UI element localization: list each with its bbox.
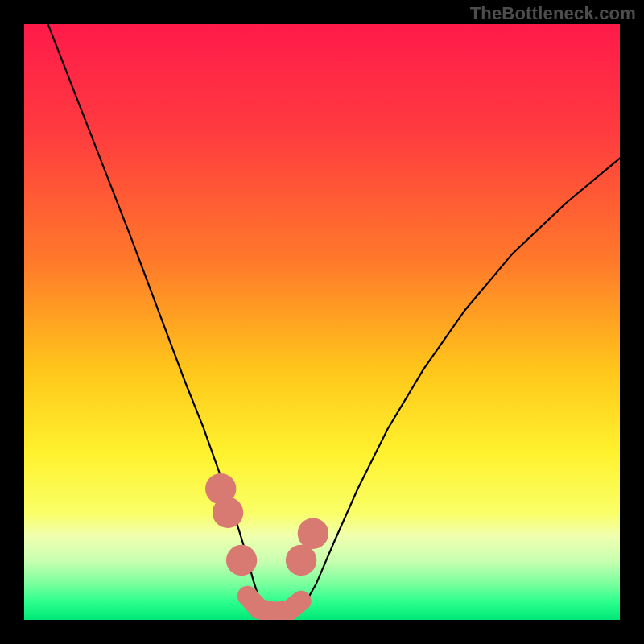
valley-marker-1	[213, 497, 243, 528]
watermark-text: TheBottleneck.com	[470, 3, 636, 24]
plot-area	[24, 24, 620, 620]
chart-svg	[24, 24, 620, 620]
chart-frame: TheBottleneck.com	[0, 0, 644, 644]
valley-marker-2	[226, 545, 257, 576]
valley-marker-3	[286, 545, 316, 576]
valley-marker-4	[298, 518, 328, 549]
